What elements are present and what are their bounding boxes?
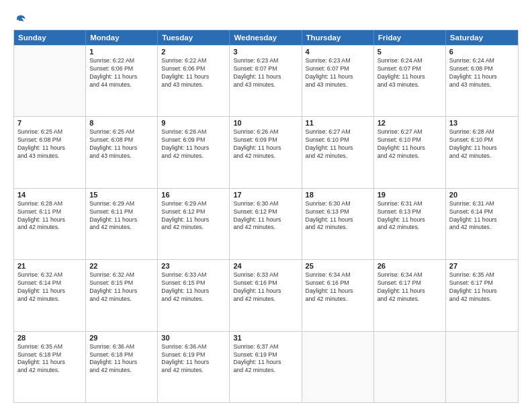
day-info: Sunrise: 6:29 AM Sunset: 6:12 PM Dayligh… [161, 200, 226, 232]
empty-cell [374, 332, 446, 402]
header-day-friday: Friday [374, 30, 446, 45]
day-number: 13 [449, 119, 515, 127]
day-info: Sunrise: 6:30 AM Sunset: 6:12 PM Dayligh… [233, 200, 298, 232]
day-number: 8 [89, 119, 154, 127]
day-info: Sunrise: 6:35 AM Sunset: 6:18 PM Dayligh… [17, 343, 82, 375]
day-cell-12: 12Sunrise: 6:27 AM Sunset: 6:10 PM Dayli… [374, 117, 446, 187]
week-row-5: 28Sunrise: 6:35 AM Sunset: 6:18 PM Dayli… [14, 331, 518, 402]
day-info: Sunrise: 6:28 AM Sunset: 6:10 PM Dayligh… [449, 128, 515, 161]
day-number: 24 [233, 262, 298, 270]
day-number: 21 [17, 262, 82, 270]
day-cell-8: 8Sunrise: 6:25 AM Sunset: 6:08 PM Daylig… [86, 117, 158, 187]
day-number: 7 [17, 119, 82, 127]
header-day-saturday: Saturday [446, 30, 518, 45]
day-cell-31: 31Sunrise: 6:37 AM Sunset: 6:19 PM Dayli… [230, 332, 302, 402]
day-number: 9 [161, 119, 226, 127]
day-number: 10 [233, 119, 298, 127]
day-cell-30: 30Sunrise: 6:36 AM Sunset: 6:19 PM Dayli… [158, 332, 230, 402]
day-info: Sunrise: 6:30 AM Sunset: 6:13 PM Dayligh… [306, 200, 370, 232]
day-cell-4: 4Sunrise: 6:23 AM Sunset: 6:07 PM Daylig… [302, 46, 374, 116]
day-info: Sunrise: 6:22 AM Sunset: 6:06 PM Dayligh… [89, 57, 154, 89]
header-day-thursday: Thursday [302, 30, 374, 45]
day-cell-20: 20Sunrise: 6:31 AM Sunset: 6:14 PM Dayli… [446, 189, 518, 259]
calendar: SundayMondayTuesdayWednesdayThursdayFrid… [13, 30, 519, 403]
day-number: 3 [233, 48, 298, 56]
week-row-4: 21Sunrise: 6:32 AM Sunset: 6:14 PM Dayli… [14, 259, 518, 330]
header [13, 12, 519, 26]
header-day-sunday: Sunday [14, 30, 86, 45]
header-day-tuesday: Tuesday [158, 30, 230, 45]
day-cell-3: 3Sunrise: 6:23 AM Sunset: 6:07 PM Daylig… [230, 46, 302, 116]
day-number: 17 [233, 191, 298, 199]
empty-cell [14, 46, 86, 116]
day-info: Sunrise: 6:33 AM Sunset: 6:15 PM Dayligh… [161, 271, 226, 304]
day-info: Sunrise: 6:32 AM Sunset: 6:15 PM Dayligh… [89, 271, 154, 304]
day-cell-19: 19Sunrise: 6:31 AM Sunset: 6:13 PM Dayli… [374, 189, 446, 259]
day-number: 29 [89, 334, 154, 342]
day-info: Sunrise: 6:34 AM Sunset: 6:17 PM Dayligh… [378, 271, 442, 304]
day-number: 11 [306, 119, 370, 127]
day-info: Sunrise: 6:23 AM Sunset: 6:07 PM Dayligh… [306, 57, 370, 89]
day-cell-1: 1Sunrise: 6:22 AM Sunset: 6:06 PM Daylig… [86, 46, 158, 116]
day-cell-9: 9Sunrise: 6:26 AM Sunset: 6:09 PM Daylig… [158, 117, 230, 187]
day-info: Sunrise: 6:24 AM Sunset: 6:08 PM Dayligh… [449, 57, 515, 89]
day-number: 5 [378, 48, 442, 56]
day-number: 26 [378, 262, 442, 270]
day-cell-7: 7Sunrise: 6:25 AM Sunset: 6:08 PM Daylig… [14, 117, 86, 187]
empty-cell [302, 332, 374, 402]
logo-bird-icon [15, 13, 27, 26]
day-cell-6: 6Sunrise: 6:24 AM Sunset: 6:08 PM Daylig… [446, 46, 518, 116]
page: SundayMondayTuesdayWednesdayThursdayFrid… [0, 0, 532, 411]
day-number: 28 [17, 334, 82, 342]
day-info: Sunrise: 6:22 AM Sunset: 6:06 PM Dayligh… [161, 57, 226, 89]
day-number: 27 [449, 262, 515, 270]
day-cell-2: 2Sunrise: 6:22 AM Sunset: 6:06 PM Daylig… [158, 46, 230, 116]
day-info: Sunrise: 6:34 AM Sunset: 6:16 PM Dayligh… [306, 271, 370, 304]
day-cell-22: 22Sunrise: 6:32 AM Sunset: 6:15 PM Dayli… [86, 260, 158, 330]
header-day-wednesday: Wednesday [230, 30, 302, 45]
day-number: 18 [306, 191, 370, 199]
header-day-monday: Monday [86, 30, 158, 45]
logo [13, 13, 27, 26]
day-cell-27: 27Sunrise: 6:35 AM Sunset: 6:17 PM Dayli… [446, 260, 518, 330]
day-cell-24: 24Sunrise: 6:33 AM Sunset: 6:16 PM Dayli… [230, 260, 302, 330]
day-cell-21: 21Sunrise: 6:32 AM Sunset: 6:14 PM Dayli… [14, 260, 86, 330]
day-number: 30 [161, 334, 226, 342]
day-cell-11: 11Sunrise: 6:27 AM Sunset: 6:10 PM Dayli… [302, 117, 374, 187]
day-number: 23 [161, 262, 226, 270]
day-info: Sunrise: 6:26 AM Sunset: 6:09 PM Dayligh… [161, 128, 226, 161]
day-number: 4 [306, 48, 370, 56]
day-info: Sunrise: 6:36 AM Sunset: 6:19 PM Dayligh… [161, 343, 226, 375]
day-number: 12 [378, 119, 442, 127]
day-info: Sunrise: 6:27 AM Sunset: 6:10 PM Dayligh… [378, 128, 442, 161]
day-cell-18: 18Sunrise: 6:30 AM Sunset: 6:13 PM Dayli… [302, 189, 374, 259]
day-number: 16 [161, 191, 226, 199]
day-cell-17: 17Sunrise: 6:30 AM Sunset: 6:12 PM Dayli… [230, 189, 302, 259]
day-cell-15: 15Sunrise: 6:29 AM Sunset: 6:11 PM Dayli… [86, 189, 158, 259]
calendar-body: 1Sunrise: 6:22 AM Sunset: 6:06 PM Daylig… [14, 45, 518, 402]
day-number: 19 [378, 191, 442, 199]
day-cell-14: 14Sunrise: 6:28 AM Sunset: 6:11 PM Dayli… [14, 189, 86, 259]
day-cell-23: 23Sunrise: 6:33 AM Sunset: 6:15 PM Dayli… [158, 260, 230, 330]
day-info: Sunrise: 6:26 AM Sunset: 6:09 PM Dayligh… [233, 128, 298, 161]
day-info: Sunrise: 6:28 AM Sunset: 6:11 PM Dayligh… [17, 200, 82, 232]
day-info: Sunrise: 6:29 AM Sunset: 6:11 PM Dayligh… [89, 200, 154, 232]
day-number: 25 [306, 262, 370, 270]
day-number: 31 [233, 334, 298, 342]
week-row-1: 1Sunrise: 6:22 AM Sunset: 6:06 PM Daylig… [14, 45, 518, 116]
day-info: Sunrise: 6:24 AM Sunset: 6:07 PM Dayligh… [378, 57, 442, 89]
day-number: 1 [89, 48, 154, 56]
calendar-header-row: SundayMondayTuesdayWednesdayThursdayFrid… [14, 30, 518, 45]
day-info: Sunrise: 6:31 AM Sunset: 6:14 PM Dayligh… [449, 200, 515, 232]
day-info: Sunrise: 6:37 AM Sunset: 6:19 PM Dayligh… [233, 343, 298, 375]
day-number: 6 [449, 48, 515, 56]
day-info: Sunrise: 6:25 AM Sunset: 6:08 PM Dayligh… [17, 128, 82, 161]
day-number: 14 [17, 191, 82, 199]
empty-cell [446, 332, 518, 402]
day-cell-26: 26Sunrise: 6:34 AM Sunset: 6:17 PM Dayli… [374, 260, 446, 330]
week-row-3: 14Sunrise: 6:28 AM Sunset: 6:11 PM Dayli… [14, 188, 518, 259]
day-cell-16: 16Sunrise: 6:29 AM Sunset: 6:12 PM Dayli… [158, 189, 230, 259]
day-info: Sunrise: 6:32 AM Sunset: 6:14 PM Dayligh… [17, 271, 82, 304]
day-cell-10: 10Sunrise: 6:26 AM Sunset: 6:09 PM Dayli… [230, 117, 302, 187]
day-info: Sunrise: 6:33 AM Sunset: 6:16 PM Dayligh… [233, 271, 298, 304]
